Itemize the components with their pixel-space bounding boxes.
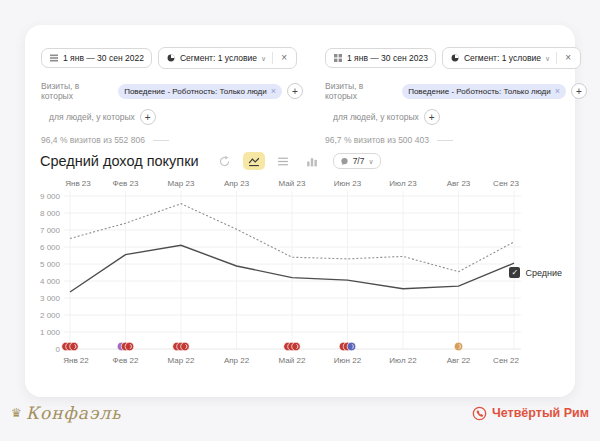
add-visit-condition-button[interactable]: + bbox=[571, 83, 587, 99]
chart-header: Средний доход покупки bbox=[40, 152, 381, 170]
konfael-logo-text: Конфаэль bbox=[26, 403, 122, 423]
line-chart-icon bbox=[247, 155, 261, 168]
crown-icon: ♛ bbox=[11, 406, 23, 420]
date-range-label: 1 янв — 30 сен 2023 bbox=[347, 53, 428, 63]
segment-chip[interactable]: Сегмент: 1 условие ∨ × bbox=[442, 47, 581, 69]
segment-icon bbox=[166, 53, 176, 63]
filter-panel-2023: 1 янв — 30 сен 2023 Сегмент: 1 условие ∨… bbox=[325, 47, 587, 145]
x-axis-top-label: Апр 23 bbox=[224, 179, 250, 188]
x-axis-top-label: Июл 23 bbox=[389, 179, 417, 188]
remove-condition-icon[interactable]: × bbox=[271, 87, 276, 96]
y-axis-label: 6 000 bbox=[40, 243, 61, 252]
behavior-condition-pill[interactable]: Поведение - Роботность: Только люди × bbox=[402, 84, 566, 99]
stats-dash bbox=[153, 140, 169, 141]
x-axis-bottom-label: Июл 22 bbox=[389, 356, 417, 365]
divider bbox=[556, 52, 557, 64]
x-axis-bottom-label: Сен 22 bbox=[493, 356, 519, 365]
event-marker[interactable] bbox=[347, 342, 356, 351]
chart-title: Средний доход покупки bbox=[40, 153, 199, 169]
segment-icon bbox=[450, 53, 460, 63]
bar-chart-view-button[interactable] bbox=[301, 152, 323, 170]
fourth-rome-logo: Четвёртый Рим bbox=[472, 406, 589, 421]
add-people-condition-button[interactable]: + bbox=[140, 109, 156, 125]
legend-item-average[interactable]: ✓ Средние bbox=[509, 267, 562, 278]
y-axis-label: 5 000 bbox=[40, 260, 61, 269]
chart-plot[interactable]: 01 0002 0003 0004 0005 0006 0007 0008 00… bbox=[37, 175, 545, 373]
stats-dash bbox=[437, 140, 453, 141]
x-axis-bottom-label: Апр 22 bbox=[224, 356, 250, 365]
date-range-chip[interactable]: 1 янв — 30 сен 2023 bbox=[325, 48, 436, 68]
chevron-down-icon: ∨ bbox=[545, 55, 550, 62]
behavior-condition-text: Поведение - Роботность: Только люди bbox=[124, 87, 267, 96]
refresh-icon bbox=[218, 155, 231, 168]
x-axis-bottom-label: Июн 22 bbox=[334, 356, 362, 365]
segment-label: Сегмент: 1 условие bbox=[464, 53, 541, 63]
behavior-condition-text: Поведение - Роботность: Только люди bbox=[408, 87, 551, 96]
footer: ♛ Конфаэль Четвёртый Рим bbox=[11, 403, 589, 423]
x-axis-top-label: Янв 23 bbox=[65, 179, 91, 188]
segment-label: Сегмент: 1 условие bbox=[180, 53, 257, 63]
x-axis-top-label: Авг 23 bbox=[447, 179, 471, 188]
x-axis-top-label: Сен 23 bbox=[493, 179, 519, 188]
behavior-condition-pill[interactable]: Поведение - Роботность: Только люди × bbox=[118, 84, 282, 99]
konfael-logo: ♛ Конфаэль bbox=[11, 403, 122, 423]
event-marker[interactable] bbox=[70, 342, 79, 351]
event-marker[interactable] bbox=[454, 342, 463, 351]
x-axis-bottom-label: Фев 22 bbox=[113, 356, 139, 365]
x-axis-bottom-label: Авг 22 bbox=[447, 356, 471, 365]
event-marker[interactable] bbox=[292, 342, 301, 351]
visits-stats-text: 96,4 % визитов из 552 806 bbox=[41, 135, 145, 145]
remove-segment-button[interactable]: × bbox=[563, 53, 573, 63]
legend-label: Средние bbox=[525, 268, 562, 278]
y-axis-label: 1 000 bbox=[40, 328, 61, 337]
people-condition-label: для людей, у которых bbox=[333, 112, 419, 122]
grid-icon bbox=[333, 53, 343, 63]
add-people-condition-button[interactable]: + bbox=[424, 109, 440, 125]
date-range-label: 1 янв — 30 сен 2022 bbox=[63, 53, 144, 63]
annotations-count: 7/7 bbox=[353, 156, 365, 166]
line-chart-view-button[interactable] bbox=[243, 152, 265, 170]
refresh-button[interactable] bbox=[214, 152, 236, 170]
divider bbox=[272, 52, 273, 64]
y-axis-label: 7 000 bbox=[40, 226, 61, 235]
y-axis-label: 0 bbox=[56, 345, 61, 354]
stacked-area-view-button[interactable] bbox=[272, 152, 294, 170]
segment-chip[interactable]: Сегмент: 1 условие ∨ × bbox=[158, 47, 297, 69]
filter-panel-2022: 1 янв — 30 сен 2022 Сегмент: 1 условие ∨… bbox=[41, 47, 303, 145]
legend-checkbox[interactable]: ✓ bbox=[509, 267, 520, 278]
x-axis-bottom-label: Май 22 bbox=[279, 356, 306, 365]
x-axis-top-label: Мар 23 bbox=[168, 179, 195, 188]
y-axis-label: 4 000 bbox=[40, 277, 61, 286]
comment-bubble-icon bbox=[340, 157, 349, 166]
fourth-rome-logo-text: Четвёртый Рим bbox=[492, 406, 589, 420]
phone-circle-icon bbox=[472, 406, 487, 421]
stacked-lines-icon bbox=[276, 155, 290, 168]
remove-segment-button[interactable]: × bbox=[279, 53, 289, 63]
y-axis-label: 8 000 bbox=[40, 209, 61, 218]
chart-area: 01 0002 0003 0004 0005 0006 0007 0008 00… bbox=[25, 175, 575, 387]
rows-icon bbox=[49, 53, 59, 63]
x-axis-bottom-label: Янв 22 bbox=[63, 356, 89, 365]
annotations-dropdown[interactable]: 7/7 ∨ bbox=[333, 153, 381, 169]
chevron-down-icon: ∨ bbox=[368, 158, 373, 165]
main-card: 1 янв — 30 сен 2022 Сегмент: 1 условие ∨… bbox=[25, 25, 575, 397]
add-visit-condition-button[interactable]: + bbox=[287, 83, 303, 99]
event-marker[interactable] bbox=[125, 342, 134, 351]
x-axis-top-label: Июн 23 bbox=[334, 179, 362, 188]
x-axis-top-label: Фев 23 bbox=[113, 179, 139, 188]
chevron-down-icon: ∨ bbox=[261, 55, 266, 62]
date-range-chip[interactable]: 1 янв — 30 сен 2022 bbox=[41, 48, 152, 68]
event-marker[interactable] bbox=[181, 342, 190, 351]
x-axis-top-label: Май 23 bbox=[279, 179, 306, 188]
bar-chart-icon bbox=[305, 155, 319, 168]
y-axis-label: 9 000 bbox=[40, 192, 61, 201]
filters-section: 1 янв — 30 сен 2022 Сегмент: 1 условие ∨… bbox=[41, 47, 587, 145]
x-axis-bottom-label: Мар 22 bbox=[168, 356, 195, 365]
people-condition-label: для людей, у которых bbox=[49, 112, 135, 122]
remove-condition-icon[interactable]: × bbox=[555, 87, 560, 96]
y-axis-label: 2 000 bbox=[40, 311, 61, 320]
visits-condition-label: Визиты, в которых bbox=[41, 81, 113, 101]
y-axis-label: 3 000 bbox=[40, 294, 61, 303]
visits-condition-label: Визиты, в которых bbox=[325, 81, 397, 101]
visits-stats-text: 96,7 % визитов из 500 403 bbox=[325, 135, 429, 145]
